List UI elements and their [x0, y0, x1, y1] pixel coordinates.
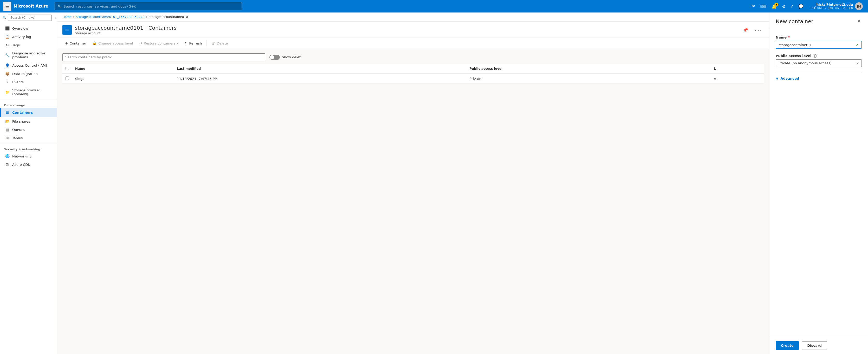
iam-icon: 👤: [5, 63, 10, 67]
info-icon[interactable]: i: [813, 54, 816, 58]
pin-button[interactable]: 📌: [741, 27, 750, 34]
resource-header: ≡ storageaccountname0101 | Containers St…: [57, 22, 769, 37]
show-deleted-track[interactable]: [270, 55, 280, 60]
sidebar-item-label: Events: [12, 80, 24, 84]
row-checkbox[interactable]: [65, 77, 69, 80]
close-icon: ✕: [857, 19, 861, 24]
check-icon: ✓: [853, 41, 862, 49]
sidebar-item-tags[interactable]: 🏷 Tags: [0, 41, 57, 49]
container-name-input[interactable]: [776, 41, 853, 49]
sidebar-item-diagnose[interactable]: 🔧 Diagnose and solve problems: [0, 49, 57, 61]
hamburger-icon: ☰: [5, 4, 9, 9]
panel-body: Name * ✓ Public access level i Private (…: [770, 29, 868, 337]
sidebar-item-queues[interactable]: ▦ Queues: [0, 125, 57, 134]
tags-icon: 🏷: [5, 43, 10, 47]
search-input[interactable]: [64, 4, 239, 8]
storage-icon: ≡: [65, 27, 69, 33]
chevron-down-icon: ∨: [776, 77, 779, 81]
sidebar-item-data-migration[interactable]: 📦 Data migration: [0, 69, 57, 78]
app-title: Microsoft Azure: [13, 4, 48, 8]
breadcrumb-storage-account-group[interactable]: storageaccountname0101_1637282839448: [76, 15, 144, 19]
restore-icon: ↺: [139, 41, 142, 45]
refresh-button[interactable]: ↻ Refresh: [182, 39, 205, 47]
global-search: 🔍: [55, 2, 242, 10]
panel-header: New container ✕: [770, 12, 868, 29]
hamburger-menu[interactable]: ☰: [3, 2, 11, 11]
create-button[interactable]: Create: [776, 341, 799, 350]
sidebar-item-containers[interactable]: ≡ Containers: [0, 108, 57, 117]
more-icon: •••: [754, 28, 763, 32]
sidebar-item-label: File shares: [12, 119, 30, 123]
sidebar-item-label: Access Control (IAM): [12, 63, 47, 67]
help-icon: ?: [791, 4, 793, 9]
sidebar-item-activity-log[interactable]: 📋 Activity log: [0, 33, 57, 41]
add-container-label: Container: [70, 41, 86, 45]
discard-button[interactable]: Discard: [802, 341, 827, 350]
sidebar-search-icon: 🔍: [3, 16, 6, 20]
sidebar-item-tables[interactable]: ⊞ Tables: [0, 134, 57, 142]
help-button[interactable]: ?: [789, 2, 795, 10]
content-area: Home › storageaccountname0101_1637282839…: [57, 12, 769, 354]
panel-footer: Create Discard: [770, 337, 868, 354]
sidebar-item-events[interactable]: ⚡ Events: [0, 78, 57, 86]
breadcrumb-home[interactable]: Home: [62, 15, 71, 19]
sidebar-item-label: Activity log: [12, 35, 31, 39]
breadcrumb-sep-1: ›: [73, 15, 74, 19]
public-access-column-header[interactable]: Public access level: [466, 64, 711, 73]
file-shares-icon: 📂: [5, 119, 10, 123]
delete-button[interactable]: 🗑 Delete: [209, 39, 230, 47]
container-public-access: Private: [466, 73, 711, 84]
resource-subtitle: Storage account: [75, 31, 738, 35]
sidebar-collapse-button[interactable]: «: [53, 14, 57, 21]
more-options-button[interactable]: •••: [753, 27, 764, 34]
tables-icon: ⊞: [5, 136, 10, 140]
sidebar-item-label: Containers: [12, 111, 33, 115]
sidebar-item-file-shares[interactable]: 📂 File shares: [0, 117, 57, 125]
events-icon: ⚡: [5, 80, 10, 84]
name-column-header[interactable]: Name: [72, 64, 174, 73]
name-field-label: Name *: [776, 35, 862, 39]
settings-button[interactable]: ⚙: [780, 2, 788, 10]
security-section-label: Security + networking: [0, 144, 57, 152]
sidebar-item-storage-browser[interactable]: 📁 Storage browser (preview): [0, 86, 57, 98]
lease-column-header[interactable]: L: [711, 64, 764, 73]
cloud-shell-button[interactable]: ⌨: [758, 2, 768, 10]
name-input-wrapper: ✓: [776, 41, 862, 49]
avatar: JH: [855, 2, 863, 10]
add-container-button[interactable]: + Container: [62, 39, 89, 47]
table-row[interactable]: $logs 11/18/2021, 7:47:43 PM Private A: [62, 73, 764, 84]
data-migration-icon: 📦: [5, 71, 10, 76]
search-row: Show delet: [62, 53, 764, 61]
toolbar-divider: [207, 40, 207, 46]
notifications-button[interactable]: 🔔 3: [770, 2, 779, 10]
container-search-input[interactable]: [62, 53, 265, 61]
user-menu[interactable]: jhicks@internet2.edu INTERNET2 (INTERNET…: [809, 1, 865, 11]
sidebar-item-azure-cdn[interactable]: ⊡ Azure CDN: [0, 160, 57, 169]
sidebar-item-networking[interactable]: 🌐 Networking: [0, 152, 57, 160]
show-deleted-toggle: Show delet: [270, 55, 301, 60]
page-title: storageaccountname0101 | Containers: [75, 25, 738, 31]
select-all-checkbox[interactable]: [65, 67, 69, 70]
show-deleted-label: Show delet: [282, 55, 301, 59]
public-access-field-group: Public access level i Private (no anonym…: [776, 54, 862, 67]
feedback-button[interactable]: 💬: [796, 2, 806, 10]
advanced-section: ∨ Advanced: [776, 72, 862, 81]
show-deleted-thumb: [270, 55, 274, 59]
sidebar-item-overview[interactable]: ⬛ Overview: [0, 24, 57, 33]
public-access-select[interactable]: Private (no anonymous access) Blob (anon…: [776, 59, 862, 67]
storage-browser-icon: 📁: [5, 90, 10, 94]
last-modified-column-header[interactable]: Last modified: [174, 64, 466, 73]
breadcrumb-storage-account: storageaccountname0101: [149, 15, 190, 19]
user-org: INTERNET2 (INTERNET2.EDU): [811, 6, 853, 10]
sidebar-item-iam[interactable]: 👤 Access Control (IAM): [0, 61, 57, 69]
select-all-header[interactable]: [62, 64, 72, 73]
advanced-toggle-button[interactable]: ∨ Advanced: [776, 77, 799, 81]
change-access-button[interactable]: 🔒 Change access level: [90, 39, 135, 47]
panel-close-button[interactable]: ✕: [856, 18, 862, 25]
panel-title: New container: [776, 18, 813, 25]
restore-containers-button[interactable]: ↺ Restore containers ▾: [136, 39, 181, 47]
topbar: ☰ Microsoft Azure 🔍 ✉ ⌨ 🔔 3 ⚙ ? 💬 jhicks…: [0, 0, 868, 12]
sidebar-search-input[interactable]: [8, 14, 52, 21]
containers-table: Name Last modified Public access level L…: [62, 64, 764, 84]
email-button[interactable]: ✉: [749, 2, 757, 10]
